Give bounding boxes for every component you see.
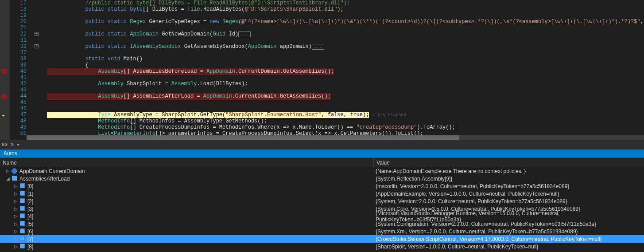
- field-icon: [20, 244, 26, 250]
- code-line[interactable]: [47, 25, 644, 31]
- line-number: 37: [10, 50, 27, 56]
- line-number: 22: [10, 31, 27, 37]
- autos-value: {System.Configuration, Version=2.0.0.0, …: [374, 221, 644, 227]
- field-icon: [20, 221, 26, 227]
- autos-value: {System.Xml, Version=2.0.0.0, Culture=ne…: [374, 228, 644, 235]
- code-editor[interactable]: ➜ 17181920212231323738394041424344454647…: [0, 0, 644, 140]
- autos-name: [6]: [27, 228, 33, 235]
- line-number: 31: [10, 37, 27, 43]
- autos-name: AssembliesAfterLoad: [19, 176, 70, 182]
- autos-value: {CrowdStrike.Sensor.ScriptControl, Versi…: [374, 236, 644, 242]
- expand-icon[interactable]: ▷: [5, 169, 11, 173]
- autos-name: [7]: [27, 236, 33, 242]
- line-number: 46: [10, 106, 27, 112]
- field-icon: [20, 206, 26, 212]
- autos-row[interactable]: ▷[0]{mscorlib, Version=2.0.0.0, Culture=…: [0, 182, 644, 190]
- autos-header: Name Value: [0, 158, 644, 167]
- scrollbar-thumb[interactable]: [27, 135, 459, 140]
- breakpoint-icon[interactable]: [2, 69, 7, 74]
- code-line[interactable]: public static Regex GenericTypeRegex = n…: [47, 19, 644, 25]
- autos-row[interactable]: ◢AssembliesAfterLoad{System.Reflection.A…: [0, 175, 644, 182]
- expand-icon[interactable]: ▷: [13, 191, 19, 196]
- breakpoint-icon[interactable]: [2, 94, 7, 99]
- fold-column[interactable]: ++: [29, 0, 47, 140]
- autos-name: [8]: [27, 244, 33, 250]
- autos-row[interactable]: ▷AppDomain.CurrentDomain{Name:AppDomainE…: [0, 167, 644, 175]
- expand-region-icon[interactable]: +: [35, 44, 39, 48]
- line-number: 20: [10, 19, 27, 25]
- autos-panel-title[interactable]: Autos: [0, 150, 644, 158]
- autos-name: [5]: [27, 221, 33, 227]
- code-line[interactable]: public static byte[] DllBytes = File.Rea…: [47, 6, 644, 12]
- line-number: 38: [10, 56, 27, 62]
- autos-value: {SharpSploit, Version=1.0.0.0, Culture=n…: [374, 244, 644, 250]
- autos-value: {System, Version=2.0.0.0, Culture=neutra…: [374, 198, 644, 205]
- line-number: 17: [10, 0, 27, 6]
- autos-row[interactable]: ▷[4]{Microsoft.VisualStudio.Debugger.Run…: [0, 213, 644, 220]
- property-icon: [12, 168, 18, 174]
- code-line[interactable]: Type AssemblyType = SharpSploit.GetType(…: [47, 112, 644, 118]
- expand-region-icon[interactable]: +: [35, 32, 39, 36]
- expand-icon[interactable]: ▷: [13, 244, 19, 249]
- code-line[interactable]: [47, 37, 644, 43]
- line-number: 39: [10, 62, 27, 68]
- code-line[interactable]: [47, 99, 644, 106]
- perf-tip: ≤ 1ms elapsed: [369, 113, 406, 118]
- code-line[interactable]: MethodInfo[] MethodInfos = AssemblyType.…: [47, 118, 644, 124]
- breakpoint-margin[interactable]: ➜: [0, 0, 10, 140]
- autos-col-value[interactable]: Value: [374, 158, 644, 167]
- code-line[interactable]: static void Main(): [47, 56, 644, 62]
- field-icon: [20, 213, 26, 220]
- code-line[interactable]: [47, 87, 644, 93]
- code-line[interactable]: public static IAssemblySandbox GetAsseme…: [47, 43, 644, 50]
- collapse-icon[interactable]: ◢: [5, 176, 11, 181]
- collapsed-region-icon[interactable]: ...: [238, 32, 251, 37]
- line-number: 48: [10, 118, 27, 124]
- autos-row[interactable]: ▷[1]{AppDomainExample, Version=1.0.0.0, …: [0, 190, 644, 197]
- code-line[interactable]: Assembly[] AssembliesAfterLoad = AppDoma…: [47, 93, 644, 99]
- expand-icon[interactable]: ▷: [13, 199, 19, 204]
- autos-value: {mscorlib, Version=2.0.0.0, Culture=neut…: [374, 183, 644, 189]
- autos-row[interactable]: ▷[6]{System.Xml, Version=2.0.0.0, Cultur…: [0, 228, 644, 235]
- autos-col-name[interactable]: Name: [0, 158, 374, 167]
- autos-row[interactable]: ▷[5]{System.Configuration, Version=2.0.0…: [0, 220, 644, 228]
- expand-icon[interactable]: ▷: [13, 206, 19, 211]
- line-number: 49: [10, 124, 27, 130]
- code-line[interactable]: [47, 12, 644, 19]
- code-line[interactable]: //public static byte[] DllBytes = File.R…: [47, 0, 644, 6]
- collapsed-region-icon[interactable]: ...: [312, 44, 324, 50]
- autos-row[interactable]: ▷[2]{System, Version=2.0.0.0, Culture=ne…: [0, 197, 644, 205]
- expand-icon[interactable]: ▷: [13, 221, 19, 226]
- zoom-control[interactable]: 83 % ▼: [0, 140, 644, 150]
- code-line[interactable]: Assembly SharpSploit = Assembly.Load(Dll…: [47, 81, 644, 87]
- code-line[interactable]: Assembly[] AssembliesBeforeLoad = AppDom…: [47, 68, 644, 75]
- field-icon: [20, 198, 26, 205]
- horizontal-scrollbar[interactable]: [27, 135, 644, 140]
- expand-icon[interactable]: ▷: [13, 214, 19, 219]
- expand-icon[interactable]: ▷: [13, 184, 19, 189]
- chevron-down-icon[interactable]: ▼: [17, 143, 19, 147]
- line-number: 41: [10, 75, 27, 81]
- current-statement-arrow: ➜: [2, 113, 5, 118]
- code-line[interactable]: [47, 106, 644, 112]
- code-line[interactable]: public static AppDomain GetNewAppDomain(…: [47, 31, 644, 37]
- code-area[interactable]: //public static byte[] DllBytes = File.R…: [47, 0, 644, 140]
- field-icon: [20, 191, 26, 197]
- field-icon: [20, 236, 26, 242]
- autos-value: {Name:AppDomainExample.exe There are no …: [374, 168, 644, 174]
- code-line[interactable]: [47, 75, 644, 81]
- code-line[interactable]: {: [47, 62, 644, 68]
- field-icon: [12, 176, 18, 182]
- expand-icon[interactable]: ▷: [13, 229, 19, 234]
- autos-value: {AppDomainExample, Version=1.0.0.0, Cult…: [374, 191, 644, 197]
- expand-icon[interactable]: ▷: [13, 236, 19, 241]
- autos-row[interactable]: ▷[8]{SharpSploit, Version=1.0.0.0, Cultu…: [0, 243, 644, 250]
- line-number: 18: [10, 6, 27, 12]
- autos-body[interactable]: ▷AppDomain.CurrentDomain{Name:AppDomainE…: [0, 167, 644, 250]
- code-line[interactable]: [47, 50, 644, 56]
- autos-row[interactable]: ▷[7]{CrowdStrike.Sensor.ScriptControl, V…: [0, 235, 644, 243]
- zoom-value: 83 %: [2, 142, 13, 147]
- code-line[interactable]: MethodInfo[] CreateProcessDumpInfos = Me…: [47, 124, 644, 130]
- autos-name: [2]: [27, 198, 33, 205]
- autos-name: [1]: [27, 191, 33, 197]
